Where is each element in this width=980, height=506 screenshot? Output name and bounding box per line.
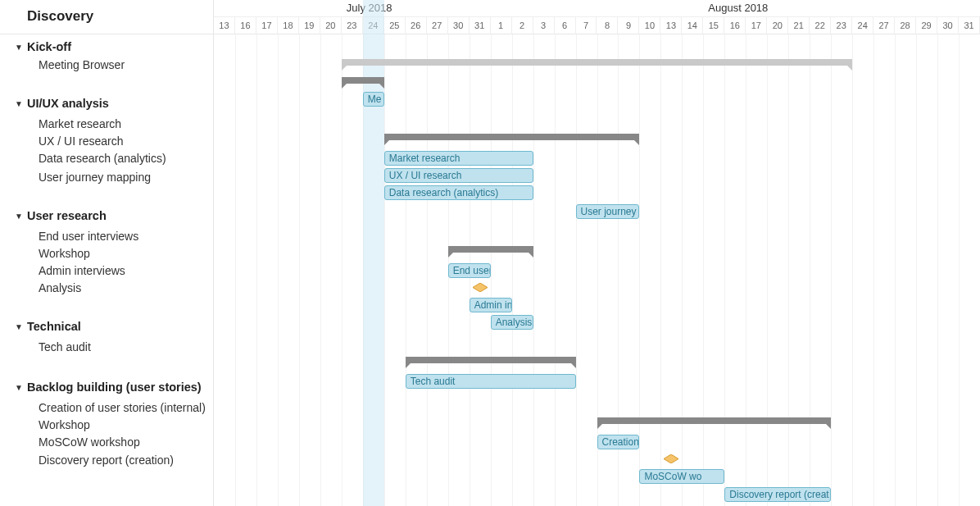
task-bar-label: Creation — [602, 436, 639, 448]
task-label[interactable]: Workshop — [0, 247, 90, 260]
day-header-cell[interactable]: 20 — [767, 17, 788, 34]
day-header-cell[interactable]: 28 — [895, 17, 916, 34]
group-row[interactable]: ▼UI/UX analysis — [0, 97, 109, 110]
task-bar-label: Market research — [389, 153, 461, 164]
task-label[interactable]: Admin interviews — [0, 264, 125, 277]
project-summary-bar[interactable] — [342, 59, 852, 66]
task-bar-label: Admin interv — [474, 299, 512, 311]
task-label[interactable]: Market research — [0, 117, 121, 130]
task-bar-label: End user inte — [453, 265, 491, 276]
day-header-cell[interactable]: 1 — [491, 17, 512, 34]
group-summary-bar[interactable] — [448, 246, 533, 253]
day-header-cell[interactable]: 23 — [831, 17, 852, 34]
task-bar-label: UX / UI research — [389, 170, 462, 181]
day-header-cell[interactable]: 26 — [406, 17, 427, 34]
task-bar[interactable]: MoSCoW wo — [639, 469, 724, 484]
day-header-cell[interactable]: 8 — [597, 17, 619, 34]
day-header-cell[interactable]: 23 — [342, 17, 363, 34]
day-header-cell[interactable]: 2 — [512, 17, 533, 34]
day-header-cell[interactable]: 13 — [660, 17, 682, 34]
day-header-cell[interactable]: 16 — [235, 17, 256, 34]
day-header-cell[interactable]: 6 — [555, 17, 576, 34]
day-header-cell[interactable]: 19 — [299, 17, 320, 34]
task-label[interactable]: Discovery report (creation) — [0, 454, 174, 467]
task-bar[interactable]: Creation — [597, 435, 640, 449]
day-header-cell[interactable]: 21 — [788, 17, 810, 34]
day-header-cell[interactable]: 27 — [873, 17, 895, 34]
task-bar[interactable]: Admin interv — [470, 298, 512, 312]
day-header-cell[interactable]: 25 — [384, 17, 406, 34]
day-header-cell[interactable]: 20 — [320, 17, 342, 34]
gantt-chart: Discovery▼Kick-offMeeting Browser▼UI/UX … — [0, 0, 980, 506]
group-summary-bar[interactable] — [597, 417, 832, 424]
milestone-icon[interactable] — [473, 283, 488, 292]
svg-marker-0 — [473, 283, 488, 292]
task-bar[interactable]: Tech audit — [406, 374, 576, 389]
day-header-cell[interactable]: 10 — [639, 17, 660, 34]
task-bar-label: Data research (analytics) — [389, 187, 498, 198]
task-label[interactable]: End user interviews — [0, 230, 138, 243]
group-summary-bar[interactable] — [406, 357, 576, 363]
day-header-cell[interactable]: 31 — [959, 17, 980, 34]
project-title: Discovery — [0, 8, 93, 25]
task-bar-label: User journey — [581, 206, 637, 217]
task-label[interactable]: User journey mapping — [0, 171, 151, 184]
day-header-cell[interactable]: 17 — [256, 17, 278, 34]
collapse-icon[interactable]: ▼ — [15, 212, 23, 221]
task-label[interactable]: MoSCoW workshop — [0, 435, 140, 449]
task-label[interactable]: Workshop — [0, 418, 90, 431]
task-bar-label: Me — [368, 93, 382, 105]
day-header-cell[interactable]: 29 — [916, 17, 937, 34]
group-label: User research — [27, 209, 107, 222]
day-header-cell[interactable]: 7 — [576, 17, 597, 34]
day-header-cell[interactable]: 17 — [746, 17, 767, 34]
day-header-cell[interactable]: 31 — [470, 17, 491, 34]
task-bar-label: Discovery report (creat — [729, 489, 828, 500]
task-label[interactable]: Creation of user stories (internal) — [0, 401, 206, 414]
day-header-cell[interactable]: 30 — [937, 17, 959, 34]
day-header-cell[interactable]: 15 — [703, 17, 724, 34]
task-bar[interactable]: UX / UI research — [384, 168, 533, 183]
task-bar[interactable]: Analysis — [491, 315, 533, 330]
group-summary-bar[interactable] — [342, 77, 384, 84]
day-header-cell[interactable]: 14 — [682, 17, 703, 34]
group-row[interactable]: ▼User research — [0, 209, 107, 222]
task-bar[interactable]: End user inte — [448, 263, 491, 278]
collapse-icon[interactable]: ▼ — [15, 322, 23, 331]
group-row[interactable]: ▼Kick-off — [0, 40, 71, 53]
task-label[interactable]: Data research (analytics) — [0, 152, 166, 165]
task-sidebar: Discovery▼Kick-offMeeting Browser▼UI/UX … — [0, 0, 214, 506]
task-label[interactable]: UX / UI research — [0, 134, 123, 148]
month-label: August 2018 — [708, 2, 768, 14]
day-header-cell[interactable]: 3 — [533, 17, 555, 34]
task-bar[interactable]: Discovery report (creat — [724, 487, 831, 502]
collapse-icon[interactable]: ▼ — [15, 43, 23, 52]
group-row[interactable]: ▼Technical — [0, 320, 81, 333]
collapse-icon[interactable]: ▼ — [15, 99, 23, 108]
group-label: Technical — [27, 320, 81, 333]
timeline-pane[interactable]: July 2018August 2018 1316171819202324252… — [214, 0, 980, 506]
day-header-cell[interactable]: 22 — [810, 17, 831, 34]
task-bar[interactable]: Me — [363, 92, 384, 107]
task-label[interactable]: Analysis — [0, 281, 81, 294]
task-bar[interactable]: Market research — [384, 151, 533, 166]
day-header-cell[interactable]: 27 — [427, 17, 448, 34]
timeline-header: July 2018August 2018 1316171819202324252… — [214, 0, 980, 34]
day-header-cell[interactable]: 18 — [278, 17, 299, 34]
collapse-icon[interactable]: ▼ — [15, 383, 23, 392]
group-label: UI/UX analysis — [27, 97, 109, 110]
day-header-cell[interactable]: 24 — [852, 17, 873, 34]
task-bar-label: Tech audit — [411, 376, 456, 387]
milestone-icon[interactable] — [664, 454, 678, 463]
group-row[interactable]: ▼Backlog building (user stories) — [0, 381, 202, 394]
group-label: Kick-off — [27, 40, 71, 53]
day-header-cell[interactable]: 30 — [448, 17, 470, 34]
day-header-cell[interactable]: 16 — [724, 17, 746, 34]
task-bar[interactable]: Data research (analytics) — [384, 185, 533, 200]
task-bar[interactable]: User journey — [576, 204, 640, 219]
task-label[interactable]: Tech audit — [0, 340, 91, 353]
day-header-cell[interactable]: 9 — [618, 17, 639, 34]
task-label[interactable]: Meeting Browser — [0, 58, 125, 71]
group-summary-bar[interactable] — [384, 134, 640, 140]
day-header-cell[interactable]: 13 — [214, 17, 235, 34]
